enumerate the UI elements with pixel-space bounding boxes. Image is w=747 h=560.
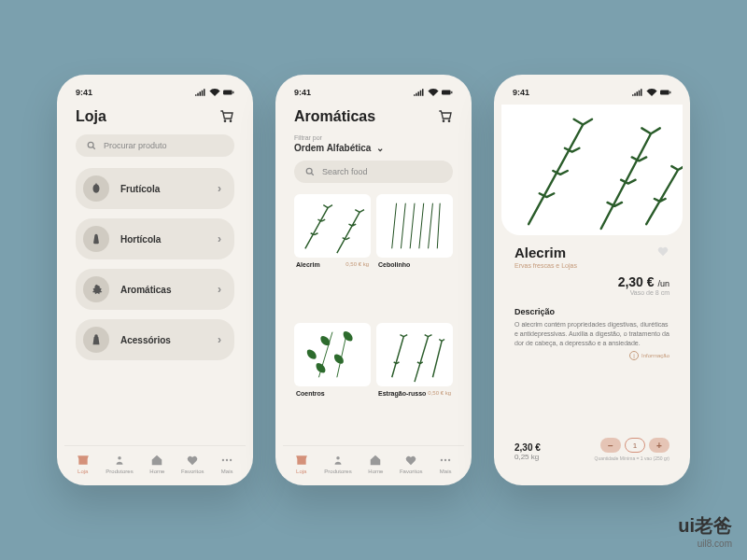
battery-icon [223, 89, 234, 96]
category-list: Frutícola › Hortícola › Aromáticas › Ace… [64, 168, 246, 360]
svg-rect-1 [233, 91, 233, 93]
chevron-right-icon: › [218, 232, 221, 245]
product-image [294, 194, 371, 258]
product-image [376, 194, 453, 258]
cart-icon[interactable] [219, 109, 234, 124]
header: Aromáticas [283, 105, 464, 134]
category-label: Aromáticas [120, 285, 171, 295]
product-price: 2,30 € /un [514, 274, 669, 289]
search-input[interactable]: Procurar produto [76, 134, 234, 157]
svg-rect-15 [669, 91, 670, 93]
category-aromaticas[interactable]: Aromáticas › [76, 269, 234, 310]
search-input[interactable]: Search food [294, 161, 453, 183]
signal-icon [195, 89, 206, 96]
status-bar: 9:41 [283, 84, 464, 105]
qty-note: Quantidade Mínima = 1 vao (250 gr) [595, 455, 669, 461]
svg-point-13 [448, 459, 450, 461]
category-acessorios[interactable]: Acessórios › [76, 319, 234, 360]
tab-mais[interactable]: Mais [439, 454, 452, 474]
status-time: 9:41 [76, 88, 92, 97]
qty-minus-button[interactable]: − [600, 438, 621, 453]
screen: Loja Procurar produto Frutícola › Hortíc… [64, 105, 246, 478]
product-hero-image [501, 105, 683, 235]
product-card[interactable]: Coentros [294, 323, 371, 446]
fruit-icon [83, 175, 109, 202]
total-price: 2,30 € [514, 442, 541, 453]
tab-favoritos[interactable]: Favoritos [400, 454, 423, 474]
info-icon: i [629, 351, 639, 360]
product-subtitle: Ervas frescas e Lojas [514, 262, 577, 269]
search-icon [305, 167, 315, 176]
product-name: Estragão-russo [378, 390, 426, 397]
svg-rect-14 [660, 91, 669, 95]
tab-home[interactable]: Home [368, 454, 383, 474]
category-label: Hortícola [120, 234, 161, 245]
category-fruticola[interactable]: Frutícola › [76, 168, 234, 209]
svg-point-3 [118, 456, 121, 460]
product-image [294, 323, 371, 386]
quantity-stepper: − 1 + [600, 438, 669, 453]
tab-loja[interactable]: Loja [77, 454, 90, 474]
filter-value: Ordem Alfabética [294, 143, 371, 153]
qty-value: 1 [625, 438, 645, 453]
header: Loja [64, 105, 246, 134]
page-title: Loja [76, 108, 106, 125]
product-image [376, 323, 453, 386]
tab-favoritos[interactable]: Favoritos [181, 454, 204, 474]
status-time: 9:41 [294, 88, 311, 97]
product-pot: Vaso de 8 cm [514, 289, 669, 296]
tab-home[interactable]: Home [149, 454, 164, 474]
svg-rect-7 [442, 91, 451, 95]
product-card[interactable]: Cebolinho [376, 194, 453, 317]
tab-bar: Loja Produtores Home Favoritos Mais [64, 445, 246, 478]
product-card[interactable]: Estragão-russo0,50 € kg [376, 323, 453, 446]
favorite-icon[interactable] [656, 245, 669, 258]
status-icons [632, 89, 671, 96]
category-horticola[interactable]: Hortícola › [76, 218, 234, 259]
phone-category: 9:41 Aromáticas Filtrar por Ordem Alfabé… [275, 75, 472, 485]
description-heading: Descrição [514, 307, 669, 316]
svg-point-9 [306, 168, 312, 174]
phone-store: 9:41 Loja Procurar produto Frutícola › H… [57, 75, 253, 485]
product-card[interactable]: Alecrim0,50 € kg [294, 194, 371, 317]
total-weight: 0,25 kg [514, 453, 541, 461]
screen: Aromáticas Filtrar por Ordem Alfabética⌄… [283, 105, 464, 478]
status-time: 9:41 [513, 88, 529, 97]
search-placeholder: Procurar produto [104, 141, 167, 150]
chevron-right-icon: › [218, 182, 221, 195]
product-name: Cebolinho [378, 261, 410, 268]
tab-mais[interactable]: Mais [220, 454, 233, 474]
description-text: O alecrim contém propriedades digestivas… [514, 320, 669, 347]
signal-icon [414, 89, 425, 96]
accessories-icon [83, 327, 109, 353]
product-title: Alecrim [514, 245, 577, 260]
watermark: ui老爸 uil8.com [678, 513, 732, 549]
phone-detail: 9:41 Alecrim Ervas frescas e Lojas 2,30 … [494, 75, 690, 485]
qty-plus-button[interactable]: + [649, 438, 669, 453]
tab-bar: Loja Produtores Home Favoritos Mais [283, 445, 464, 478]
product-grid: Alecrim0,50 € kg Cebolinho Coentros Estr… [283, 194, 464, 445]
battery-icon [660, 89, 671, 96]
status-bar: 9:41 [501, 84, 683, 105]
status-icons [414, 89, 453, 96]
chevron-down-icon: ⌄ [376, 143, 384, 153]
tab-loja[interactable]: Loja [295, 454, 308, 474]
product-price: 0,50 € kg [428, 390, 451, 397]
svg-point-4 [222, 459, 224, 461]
status-icons [195, 89, 234, 96]
filter[interactable]: Filtrar por Ordem Alfabética⌄ [283, 134, 464, 161]
svg-rect-0 [223, 91, 233, 95]
tab-produtores[interactable]: Produtores [106, 454, 133, 474]
info-link[interactable]: iInformação [514, 351, 669, 360]
tab-produtores[interactable]: Produtores [324, 454, 351, 474]
chevron-right-icon: › [218, 333, 221, 346]
wifi-icon [209, 89, 220, 96]
wifi-icon [646, 89, 657, 96]
product-name: Coentros [296, 390, 325, 397]
svg-point-11 [441, 459, 443, 461]
svg-point-2 [88, 142, 93, 147]
svg-rect-8 [451, 91, 452, 93]
search-placeholder: Search food [322, 167, 368, 176]
cart-icon[interactable] [438, 109, 453, 124]
svg-point-6 [230, 459, 232, 461]
